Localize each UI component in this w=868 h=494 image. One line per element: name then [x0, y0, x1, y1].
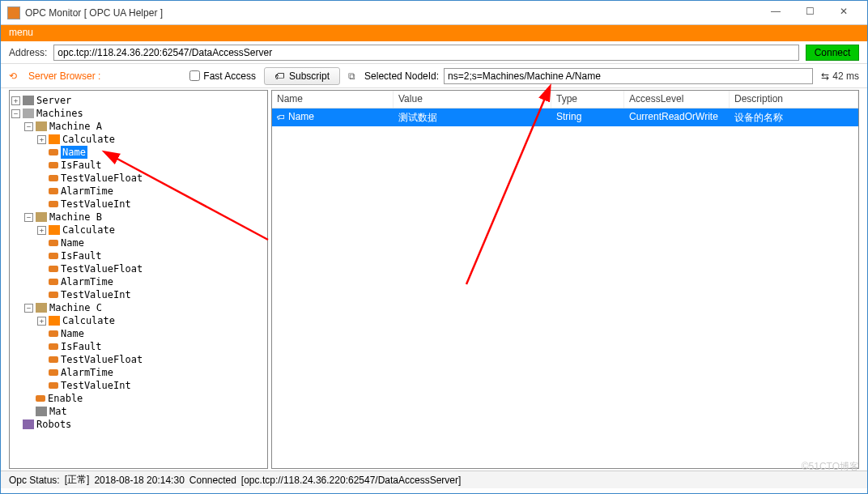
tree-node-calculate-a[interactable]: +Calculate [11, 133, 266, 146]
title-bar: OPC Monitor [ OPC UA Helper ] — ☐ ✕ [1, 1, 867, 25]
grid-row[interactable]: Name 测试数据 String CurrentReadOrWrite 设备的名… [272, 109, 858, 126]
status-endpoint: [opc.tcp://118.24.36.220:62547/DataAcces… [241, 475, 462, 486]
tree-node-calculate-c[interactable]: +Calculate [11, 314, 266, 327]
col-access[interactable]: AccessLevel [624, 91, 730, 108]
tree-node-name-b[interactable]: Name [11, 236, 266, 249]
tree-node-machine-b[interactable]: −Machine B [11, 211, 266, 224]
col-desc[interactable]: Description [730, 91, 858, 108]
tree-node-testvalueint-c[interactable]: TestValueInt [11, 379, 266, 392]
status-time: 2018-08-18 20:14:30 [94, 475, 184, 486]
tree-node-isfault-b[interactable]: IsFault [11, 249, 266, 262]
status-conn: Connected [189, 475, 236, 486]
tree-node-machine-a[interactable]: −Machine A [11, 120, 266, 133]
tree-node-isfault-c[interactable]: IsFault [11, 340, 266, 353]
window-title: OPC Monitor [ OPC UA Helper ] [25, 7, 759, 19]
close-button[interactable]: ✕ [827, 3, 861, 23]
menu-bar[interactable]: menu [1, 25, 867, 41]
col-type[interactable]: Type [551, 91, 624, 108]
tree-node-alarmtime-c[interactable]: AlarmTime [11, 366, 266, 379]
subscript-button[interactable]: 🏷 Subscript [264, 67, 340, 85]
watermark: ©51CTO博客 [802, 460, 859, 474]
tree-node-name-a[interactable]: Name [11, 146, 266, 159]
tree-node-calculate-b[interactable]: +Calculate [11, 224, 266, 236]
col-name[interactable]: Name [272, 91, 394, 108]
app-icon [7, 6, 20, 19]
minimize-button[interactable]: — [759, 3, 793, 23]
tag-icon: 🏷 [274, 70, 284, 82]
connect-button[interactable]: Connect [806, 45, 859, 61]
tree-node-machines[interactable]: −Machines [11, 107, 266, 120]
tree-node-mat[interactable]: Mat [11, 405, 266, 418]
maximize-button[interactable]: ☐ [793, 3, 827, 23]
tree-node-server[interactable]: +Server [11, 94, 266, 107]
selected-nodeid-label: Selected NodeId: [364, 70, 439, 82]
tree-node-isfault-a[interactable]: IsFault [11, 159, 266, 172]
share-icon: ⇆ [821, 70, 829, 82]
selected-nodeid-input[interactable] [444, 68, 813, 84]
menu-label[interactable]: menu [9, 27, 33, 38]
status-label: Opc Status: [9, 475, 60, 486]
data-grid[interactable]: Name Value Type AccessLevel Description … [271, 90, 859, 469]
fast-access-label: Fast Access [203, 70, 256, 82]
tree-node-testvaluefloat-b[interactable]: TestValueFloat [11, 262, 266, 275]
address-label: Address: [9, 47, 47, 58]
status-bar: Opc Status: [正常] 2018-08-18 20:14:30 Con… [1, 471, 867, 488]
grid-header: Name Value Type AccessLevel Description [272, 91, 858, 109]
tree-node-alarmtime-a[interactable]: AlarmTime [11, 185, 266, 198]
tree-node-testvalueint-a[interactable]: TestValueInt [11, 198, 266, 211]
tree-node-testvaluefloat-a[interactable]: TestValueFloat [11, 172, 266, 185]
status-state: [正常] [65, 473, 90, 487]
latency-value: 42 ms [832, 70, 859, 82]
copy-icon[interactable]: ⧉ [348, 70, 360, 82]
tree-node-enable[interactable]: Enable [11, 392, 266, 405]
fast-access-checkbox[interactable] [189, 70, 200, 81]
address-bar: Address: Connect [1, 41, 867, 64]
toolbar: ⟲ Server Browser : Fast Access 🏷 Subscri… [1, 64, 867, 88]
col-value[interactable]: Value [394, 91, 551, 108]
tree-node-name-c[interactable]: Name [11, 327, 266, 340]
tree-node-machine-c[interactable]: −Machine C [11, 301, 266, 314]
tree-node-testvaluefloat-c[interactable]: TestValueFloat [11, 353, 266, 366]
address-input[interactable] [53, 45, 799, 61]
tree-node-robots[interactable]: Robots [11, 418, 266, 431]
tree-node-alarmtime-b[interactable]: AlarmTime [11, 275, 266, 288]
refresh-icon[interactable]: ⟲ [9, 70, 20, 82]
tree-pane[interactable]: +Server −Machines −Machine A +Calculate … [9, 90, 268, 469]
server-browser-label: Server Browser : [28, 70, 100, 82]
tree-node-testvalueint-b[interactable]: TestValueInt [11, 288, 266, 301]
